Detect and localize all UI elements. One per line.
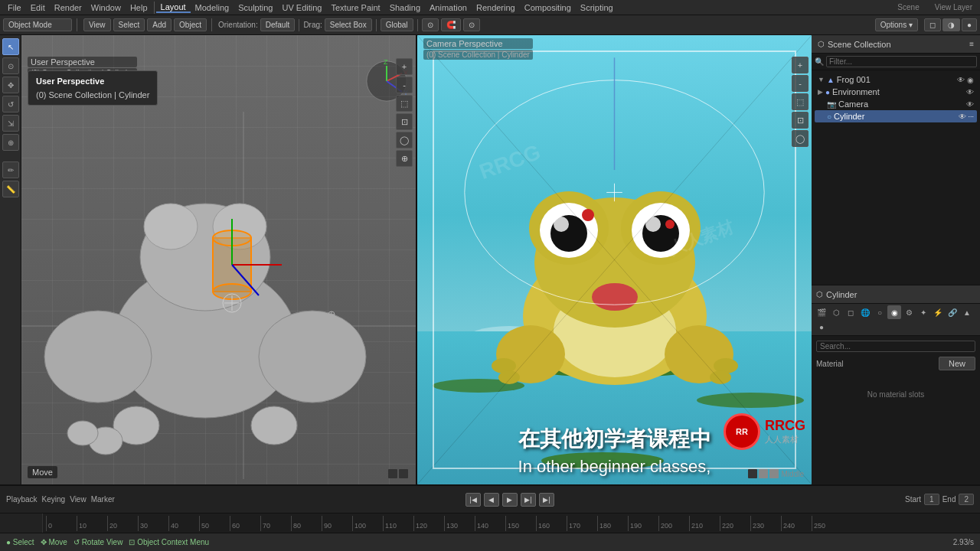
- menu-edit[interactable]: Edit: [26, 3, 50, 12]
- global-btn[interactable]: Global: [381, 18, 413, 31]
- zoom-out-btn[interactable]: -: [396, 77, 413, 93]
- cyl-more[interactable]: ···: [968, 112, 974, 120]
- frog-visibility[interactable]: 👁: [957, 76, 965, 84]
- pivot-btn[interactable]: ⊙: [422, 18, 439, 31]
- ruler-60: 60: [230, 516, 260, 531]
- new-material-btn[interactable]: New: [939, 357, 975, 370]
- skip-end-btn[interactable]: ▶|: [539, 493, 554, 507]
- view-perspective-btn[interactable]: ⬚: [396, 95, 413, 112]
- frog-select-icon[interactable]: ◉: [967, 76, 974, 84]
- skip-start-btn[interactable]: |◀: [466, 493, 481, 507]
- move-tool[interactable]: ✥: [2, 77, 19, 93]
- outliner-search-input[interactable]: [826, 56, 977, 67]
- prop-modifier-btn[interactable]: ⚙: [902, 305, 916, 319]
- prev-frame-btn[interactable]: ◀: [484, 493, 499, 507]
- cam-zoom-in[interactable]: +: [792, 57, 808, 73]
- add-menu-btn[interactable]: Add: [147, 18, 172, 31]
- select-box-btn[interactable]: Select Box: [325, 18, 372, 31]
- menu-window[interactable]: Window: [87, 3, 126, 12]
- play-btn[interactable]: ▶: [502, 493, 518, 507]
- left-toolbar: ↖ ⊙ ✥ ↺ ⇲ ⊕ ✏ 📏: [0, 35, 21, 484]
- timeline-playback-btn[interactable]: Playback: [6, 495, 38, 504]
- workspace-texture[interactable]: Texture Paint: [326, 3, 384, 12]
- svg-point-10: [67, 421, 98, 445]
- timeline-keying-btn[interactable]: Keying: [42, 495, 66, 504]
- prop-render-btn[interactable]: 🎬: [815, 305, 828, 319]
- select-menu-btn[interactable]: Select: [113, 18, 145, 31]
- menu-render[interactable]: Render: [50, 3, 87, 12]
- dropdown-scene-collection[interactable]: (0) Scene Collection | Cylinder: [28, 88, 157, 102]
- prop-physics-btn[interactable]: ⚡: [931, 305, 945, 319]
- prop-data-btn[interactable]: ▲: [960, 305, 974, 319]
- viewport-solid-btn[interactable]: ●: [962, 18, 977, 31]
- outliner-item-cylinder[interactable]: ○ Cylinder 👁 ···: [815, 110, 977, 122]
- outliner-filter-btn[interactable]: ≡: [969, 40, 974, 48]
- cam-zoom-out[interactable]: -: [792, 75, 808, 92]
- next-frame-btn[interactable]: ▶|: [521, 493, 536, 507]
- left-3d-viewport[interactable]: X Z Y User Perspective (0) Scene Collect…: [21, 35, 417, 484]
- ruler-100: 100: [352, 516, 383, 531]
- options-btn[interactable]: Options ▾: [875, 18, 918, 31]
- outliner-item-frog[interactable]: ▼ ▲ Frog 001 👁 ◉: [815, 73, 977, 86]
- cam-overlay[interactable]: ◯: [792, 130, 808, 147]
- prop-output-btn[interactable]: ⬡: [829, 305, 843, 319]
- ruler-240: 240: [781, 516, 812, 531]
- snapping-btn[interactable]: 🧲: [441, 18, 461, 31]
- right-camera-viewport[interactable]: Camera Perspective (0) Scene Collection …: [417, 35, 812, 484]
- cursor-tool[interactable]: ⊙: [2, 57, 19, 74]
- env-visibility[interactable]: 👁: [966, 88, 974, 96]
- object-mode-btn[interactable]: Object Mode: [3, 18, 72, 31]
- prop-constraint-btn[interactable]: 🔗: [946, 305, 959, 319]
- rotate-tool[interactable]: ↺: [2, 96, 19, 112]
- outliner-item-camera[interactable]: 📷 Camera 👁: [815, 98, 977, 110]
- workspace-uv[interactable]: UV Editing: [277, 3, 326, 12]
- menu-file[interactable]: File: [3, 3, 26, 12]
- prop-view-btn[interactable]: ◻: [844, 305, 858, 319]
- zoom-in-btn[interactable]: +: [396, 58, 413, 75]
- end-frame-input[interactable]: 2: [959, 494, 974, 505]
- cam-visibility[interactable]: 👁: [966, 100, 974, 109]
- overlay-btn[interactable]: ◯: [396, 132, 413, 148]
- annotate-tool[interactable]: ✏: [2, 161, 19, 178]
- proportional-btn[interactable]: ⊙: [463, 18, 480, 31]
- dropdown-user-perspective[interactable]: User Perspective: [28, 74, 157, 88]
- menu-help[interactable]: Help: [126, 3, 152, 12]
- viewport-dropdown-menu[interactable]: User Perspective (0) Scene Collection | …: [28, 70, 158, 106]
- object-menu-btn[interactable]: Object: [174, 18, 207, 31]
- workspace-rendering[interactable]: Rendering: [472, 3, 520, 12]
- transform-tool[interactable]: ⊕: [2, 134, 19, 151]
- orientation-default-btn[interactable]: Default: [260, 18, 296, 31]
- prop-material-btn[interactable]: ●: [815, 320, 828, 334]
- prop-particle-btn[interactable]: ✦: [916, 305, 930, 319]
- select-tool[interactable]: ↖: [2, 38, 19, 55]
- workspace-compositing[interactable]: Compositing: [520, 3, 576, 12]
- prop-world-btn[interactable]: ○: [873, 305, 887, 319]
- workspace-modeling[interactable]: Modeling: [191, 3, 234, 12]
- outliner-item-environment[interactable]: ▶ ● Environment 👁: [815, 86, 977, 98]
- start-frame-input[interactable]: 1: [924, 494, 939, 505]
- cam-local[interactable]: ⊡: [792, 112, 808, 129]
- timeline-marker-btn[interactable]: Marker: [91, 495, 115, 504]
- view-menu-btn[interactable]: View: [83, 18, 111, 31]
- timeline-view-btn[interactable]: View: [70, 495, 87, 504]
- outliner-search-icon: 🔍: [815, 57, 824, 66]
- measure-tool[interactable]: 📏: [2, 181, 19, 197]
- props-search-input[interactable]: [816, 341, 975, 352]
- xray-btn[interactable]: ⊕: [396, 150, 413, 167]
- ruler-80: 80: [291, 516, 322, 531]
- local-view-btn[interactable]: ⊡: [396, 113, 413, 130]
- ruler-210: 210: [689, 516, 720, 531]
- prop-object-btn[interactable]: ◉: [887, 305, 901, 319]
- prop-scene-btn[interactable]: 🌐: [858, 305, 872, 319]
- scale-tool[interactable]: ⇲: [2, 115, 19, 132]
- viewport-shade-btn[interactable]: ◑: [942, 18, 960, 31]
- cyl-visibility[interactable]: 👁: [959, 112, 966, 121]
- cam-perspective[interactable]: ⬚: [792, 93, 808, 110]
- workspace-scripting[interactable]: Scripting: [576, 3, 618, 12]
- viewport-display-btn[interactable]: ◻: [924, 18, 941, 31]
- outliner-tree: ▼ ▲ Frog 001 👁 ◉ ▶ ● Environment 👁: [812, 70, 980, 126]
- workspace-sculpting[interactable]: Sculpting: [234, 3, 277, 12]
- workspace-layout[interactable]: Layout: [156, 2, 191, 13]
- workspace-animation[interactable]: Animation: [425, 3, 472, 12]
- workspace-shading[interactable]: Shading: [385, 3, 425, 12]
